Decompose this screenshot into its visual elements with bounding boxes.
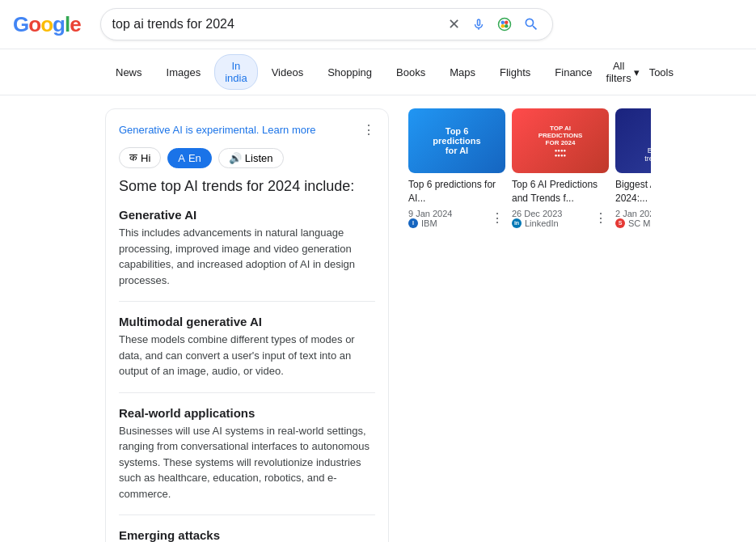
ai-section-text-generative: This includes advancements in natural la…	[119, 225, 375, 288]
ai-answer-title: Some top AI trends for 2024 include:	[119, 178, 375, 195]
card-title-sc: Biggest AI trends of 2024:...	[615, 178, 651, 205]
tab-videos[interactable]: Videos	[261, 61, 315, 84]
ai-section-title-realworld: Real-world applications	[119, 406, 375, 420]
left-panel: Generative AI is experimental. Learn mor…	[105, 108, 389, 542]
voice-search-icon[interactable]	[470, 15, 488, 33]
nav-right: All filters ▾ Tools	[606, 60, 674, 84]
svg-point-1	[500, 21, 505, 25]
card-date-sc: 2 Jan 2024 S SC Ma...	[615, 209, 651, 228]
card-thumbnail-ibm: Top 6predictionsfor AI	[408, 108, 505, 173]
lens-search-icon[interactable]	[496, 15, 513, 33]
svg-point-2	[505, 21, 509, 25]
ai-box-header: Generative AI is experimental. Learn mor…	[119, 122, 375, 138]
card-thumbnail-linkedin: TOP AIPREDICTIONSFOR 2024 ●●●●●●●●	[512, 108, 609, 173]
chevron-down-icon: ▾	[634, 66, 640, 78]
tab-news[interactable]: News	[105, 61, 153, 84]
news-card-sc[interactable]: 🤖 Biggest AItrends 2024 Biggest AI trend…	[615, 108, 651, 228]
ai-section-text-multimodal: These models combine different types of …	[119, 332, 375, 379]
ai-answer-box: Generative AI is experimental. Learn mor…	[105, 108, 389, 542]
right-panel: Top 6predictionsfor AI Top 6 predictions…	[408, 108, 651, 542]
ibm-source-icon: I	[408, 218, 418, 228]
ai-section-realworld: Real-world applications Businesses will …	[119, 406, 375, 516]
card-source-ibm: IBM	[421, 218, 437, 228]
card-source-row-ibm: I IBM	[408, 218, 452, 228]
ai-section-title-multimodal: Multimodal generative AI	[119, 315, 375, 328]
card-date-ibm: 9 Jan 2024 I IBM	[408, 209, 452, 228]
card-meta-ibm: 9 Jan 2024 I IBM ⋮	[408, 209, 505, 228]
ai-section-text-realworld: Businesses will use AI systems in real-w…	[119, 423, 375, 502]
header: Google ✕	[0, 0, 756, 49]
card-date-linkedin: 26 Dec 2023 in LinkedIn	[512, 209, 562, 228]
ai-label: Generative AI is experimental. Learn mor…	[119, 124, 316, 136]
tab-images[interactable]: Images	[156, 61, 212, 84]
tab-finance[interactable]: Finance	[544, 61, 602, 84]
tab-maps[interactable]: Maps	[439, 61, 486, 84]
tools-button[interactable]: Tools	[649, 66, 674, 78]
tab-shopping[interactable]: Shopping	[317, 61, 382, 84]
ai-section-multimodal: Multimodal generative AI These models co…	[119, 315, 375, 393]
news-card-linkedin[interactable]: TOP AIPREDICTIONSFOR 2024 ●●●●●●●● Top 6…	[512, 108, 609, 228]
svg-point-3	[500, 24, 505, 28]
lang-hi-button[interactable]: क Hi	[119, 147, 161, 168]
card-image-linkedin: TOP AIPREDICTIONSFOR 2024 ●●●●●●●●	[512, 108, 609, 173]
main-content: Generative AI is experimental. Learn mor…	[0, 95, 756, 542]
en-lang-icon: A	[178, 152, 185, 164]
linkedin-source-icon: in	[512, 218, 522, 228]
ai-section-title-generative: Generative AI	[119, 208, 375, 222]
google-logo: Google	[13, 12, 81, 37]
svg-point-0	[498, 19, 510, 31]
sc-source-icon: S	[615, 218, 625, 228]
card-meta-linkedin: 26 Dec 2023 in LinkedIn ⋮	[512, 209, 609, 228]
card-image-sc: 🤖 Biggest AItrends 2024	[615, 108, 651, 173]
all-filters-button[interactable]: All filters ▾	[606, 60, 640, 84]
nav-tabs: News Images In india Videos Shopping Boo…	[0, 49, 756, 95]
lang-en-button[interactable]: A En	[167, 148, 212, 168]
card-source-linkedin: LinkedIn	[525, 218, 559, 228]
news-card-ibm[interactable]: Top 6predictionsfor AI Top 6 predictions…	[408, 108, 505, 228]
search-icons: ✕	[446, 14, 541, 35]
card-meta-sc: 2 Jan 2024 S SC Ma... ⋮	[615, 209, 651, 228]
card-title-ibm: Top 6 predictions for AI...	[408, 178, 505, 205]
ai-section-attacks: Emerging attacks According to Dave Shack…	[119, 528, 375, 542]
ai-section-title-attacks: Emerging attacks	[119, 528, 375, 542]
card-more-button-ibm[interactable]: ⋮	[489, 212, 505, 225]
card-title-linkedin: Top 6 AI Predictions and Trends f...	[512, 178, 609, 205]
search-bar: ✕	[100, 8, 553, 40]
search-button[interactable]	[522, 15, 541, 34]
tab-in-india[interactable]: In india	[214, 54, 257, 90]
speaker-icon: 🔊	[229, 152, 242, 164]
card-source-row-sc: S SC Ma...	[615, 218, 651, 228]
news-cards-row: Top 6predictionsfor AI Top 6 predictions…	[408, 108, 651, 228]
card-image-ibm: Top 6predictionsfor AI	[408, 108, 505, 173]
learn-more-link[interactable]: Learn more	[262, 124, 315, 136]
language-buttons: क Hi A En 🔊 Listen	[119, 147, 375, 168]
listen-button[interactable]: 🔊 Listen	[218, 148, 284, 168]
card-source-row-linkedin: in LinkedIn	[512, 218, 562, 228]
card-more-button-linkedin[interactable]: ⋮	[593, 212, 609, 225]
ai-section-generative: Generative AI This includes advancements…	[119, 208, 375, 302]
search-input[interactable]	[112, 17, 440, 32]
card-source-sc: SC Ma...	[628, 218, 651, 228]
tab-books[interactable]: Books	[386, 61, 436, 84]
ai-options-button[interactable]: ⋮	[362, 122, 375, 138]
tab-flights[interactable]: Flights	[489, 61, 541, 84]
svg-point-4	[505, 24, 509, 28]
clear-icon[interactable]: ✕	[446, 14, 462, 35]
card-thumbnail-sc: 🤖 Biggest AItrends 2024	[615, 108, 651, 173]
hi-lang-icon: क	[129, 151, 137, 164]
